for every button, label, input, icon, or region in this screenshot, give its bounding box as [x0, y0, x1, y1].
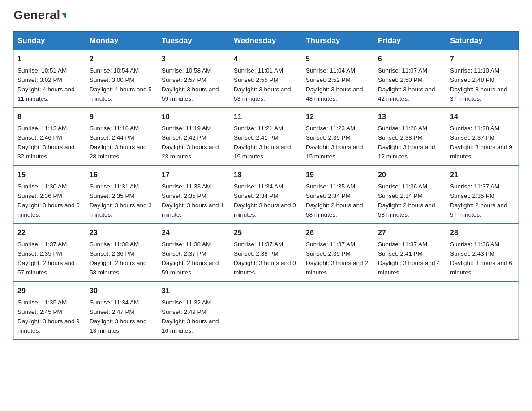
calendar-cell: 7Sunrise: 11:10 AMSunset: 2:48 PMDayligh…: [446, 50, 519, 108]
calendar-cell: 23Sunrise: 11:38 AMSunset: 2:36 PMDaylig…: [86, 223, 158, 281]
calendar-cell: 14Sunrise: 11:28 AMSunset: 2:37 PMDaylig…: [446, 107, 519, 165]
calendar-cell: 13Sunrise: 11:26 AMSunset: 2:38 PMDaylig…: [374, 107, 446, 165]
sunrise-text: Sunrise: 11:37 AMSunset: 2:35 PMDaylight…: [17, 241, 75, 276]
calendar-cell: 3Sunrise: 10:58 AMSunset: 2:57 PMDayligh…: [158, 50, 230, 108]
day-number: 13: [378, 111, 442, 123]
calendar-cell: 21Sunrise: 11:37 AMSunset: 2:35 PMDaylig…: [446, 166, 519, 223]
day-number: 26: [306, 227, 370, 239]
calendar-cell: 10Sunrise: 11:19 AMSunset: 2:42 PMDaylig…: [158, 107, 230, 165]
day-number: 3: [162, 54, 226, 65]
calendar-cell: 15Sunrise: 11:30 AMSunset: 2:36 PMDaylig…: [14, 166, 86, 223]
calendar-cell: 11Sunrise: 11:21 AMSunset: 2:41 PMDaylig…: [230, 107, 302, 165]
calendar-cell: 27Sunrise: 11:37 AMSunset: 2:41 PMDaylig…: [374, 223, 446, 281]
day-number: 27: [378, 227, 442, 239]
calendar-cell: 30Sunrise: 11:34 AMSunset: 2:47 PMDaylig…: [86, 282, 158, 339]
calendar-cell: 25Sunrise: 11:37 AMSunset: 2:38 PMDaylig…: [230, 223, 302, 281]
calendar-cell: 26Sunrise: 11:37 AMSunset: 2:39 PMDaylig…: [302, 223, 374, 281]
day-number: 24: [162, 227, 226, 239]
logo-line1: General: [13, 9, 66, 21]
col-header-friday: Friday: [374, 32, 446, 50]
col-header-wednesday: Wednesday: [230, 32, 302, 50]
day-number: 10: [162, 111, 226, 123]
calendar-header-row: SundayMondayTuesdayWednesdayThursdayFrid…: [14, 32, 519, 50]
day-number: 21: [450, 170, 515, 181]
calendar-cell: 5Sunrise: 11:04 AMSunset: 2:52 PMDayligh…: [302, 50, 374, 108]
day-number: 30: [90, 286, 154, 297]
calendar-cell: 8Sunrise: 11:13 AMSunset: 2:46 PMDayligh…: [14, 107, 86, 165]
calendar-cell: 1Sunrise: 10:51 AMSunset: 3:02 PMDayligh…: [14, 50, 86, 108]
calendar-cell: 17Sunrise: 11:33 AMSunset: 2:35 PMDaylig…: [158, 166, 230, 223]
logo: General: [13, 9, 66, 22]
calendar-week-row: 22Sunrise: 11:37 AMSunset: 2:35 PMDaylig…: [14, 223, 519, 281]
col-header-sunday: Sunday: [14, 32, 86, 50]
sunrise-text: Sunrise: 11:34 AMSunset: 2:34 PMDaylight…: [234, 183, 296, 218]
sunrise-text: Sunrise: 11:36 AMSunset: 2:43 PMDaylight…: [450, 241, 512, 276]
calendar-cell: 18Sunrise: 11:34 AMSunset: 2:34 PMDaylig…: [230, 166, 302, 223]
sunrise-text: Sunrise: 10:58 AMSunset: 2:57 PMDaylight…: [162, 67, 219, 102]
calendar-table: SundayMondayTuesdayWednesdayThursdayFrid…: [13, 31, 519, 340]
sunrise-text: Sunrise: 11:07 AMSunset: 2:50 PMDaylight…: [378, 67, 435, 102]
day-number: 14: [450, 111, 515, 123]
sunrise-text: Sunrise: 11:30 AMSunset: 2:36 PMDaylight…: [17, 183, 80, 218]
day-number: 29: [17, 286, 82, 297]
sunrise-text: Sunrise: 11:38 AMSunset: 2:36 PMDaylight…: [90, 241, 147, 276]
day-number: 31: [162, 286, 226, 297]
sunrise-text: Sunrise: 11:04 AMSunset: 2:52 PMDaylight…: [306, 67, 363, 102]
calendar-cell: 9Sunrise: 11:16 AMSunset: 2:44 PMDayligh…: [86, 107, 158, 165]
day-number: 7: [450, 54, 515, 65]
sunrise-text: Sunrise: 11:16 AMSunset: 2:44 PMDaylight…: [90, 125, 147, 160]
calendar-cell: [230, 282, 302, 339]
calendar-week-row: 1Sunrise: 10:51 AMSunset: 3:02 PMDayligh…: [14, 50, 519, 108]
sunrise-text: Sunrise: 11:37 AMSunset: 2:39 PMDaylight…: [306, 241, 368, 276]
sunrise-text: Sunrise: 11:37 AMSunset: 2:41 PMDaylight…: [378, 241, 440, 276]
sunrise-text: Sunrise: 11:13 AMSunset: 2:46 PMDaylight…: [17, 125, 75, 160]
col-header-saturday: Saturday: [446, 32, 519, 50]
calendar-week-row: 8Sunrise: 11:13 AMSunset: 2:46 PMDayligh…: [14, 107, 519, 165]
page-header: General: [13, 9, 519, 22]
sunrise-text: Sunrise: 11:33 AMSunset: 2:35 PMDaylight…: [162, 183, 224, 218]
sunrise-text: Sunrise: 11:10 AMSunset: 2:48 PMDaylight…: [450, 67, 507, 102]
day-number: 11: [234, 111, 298, 123]
day-number: 25: [234, 227, 298, 239]
calendar-cell: 24Sunrise: 11:38 AMSunset: 2:37 PMDaylig…: [158, 223, 230, 281]
day-number: 20: [378, 170, 442, 181]
calendar-cell: [374, 282, 446, 339]
sunrise-text: Sunrise: 11:23 AMSunset: 2:39 PMDaylight…: [306, 125, 363, 160]
calendar-cell: 6Sunrise: 11:07 AMSunset: 2:50 PMDayligh…: [374, 50, 446, 108]
calendar-cell: 28Sunrise: 11:36 AMSunset: 2:43 PMDaylig…: [446, 223, 519, 281]
calendar-cell: 12Sunrise: 11:23 AMSunset: 2:39 PMDaylig…: [302, 107, 374, 165]
sunrise-text: Sunrise: 11:37 AMSunset: 2:38 PMDaylight…: [234, 241, 296, 276]
calendar-cell: [302, 282, 374, 339]
calendar-week-row: 29Sunrise: 11:35 AMSunset: 2:45 PMDaylig…: [14, 282, 519, 339]
sunrise-text: Sunrise: 11:21 AMSunset: 2:41 PMDaylight…: [234, 125, 291, 160]
col-header-thursday: Thursday: [302, 32, 374, 50]
day-number: 5: [306, 54, 370, 65]
sunrise-text: Sunrise: 11:26 AMSunset: 2:38 PMDaylight…: [378, 125, 435, 160]
sunrise-text: Sunrise: 11:28 AMSunset: 2:37 PMDaylight…: [450, 125, 512, 160]
calendar-cell: 22Sunrise: 11:37 AMSunset: 2:35 PMDaylig…: [14, 223, 86, 281]
day-number: 2: [90, 54, 154, 65]
day-number: 6: [378, 54, 442, 65]
day-number: 1: [17, 54, 82, 65]
sunrise-text: Sunrise: 11:36 AMSunset: 2:34 PMDaylight…: [378, 183, 435, 218]
col-header-tuesday: Tuesday: [158, 32, 230, 50]
day-number: 12: [306, 111, 370, 123]
day-number: 4: [234, 54, 298, 65]
sunrise-text: Sunrise: 11:37 AMSunset: 2:35 PMDaylight…: [450, 183, 507, 218]
calendar-cell: 20Sunrise: 11:36 AMSunset: 2:34 PMDaylig…: [374, 166, 446, 223]
day-number: 18: [234, 170, 298, 181]
calendar-cell: 19Sunrise: 11:35 AMSunset: 2:34 PMDaylig…: [302, 166, 374, 223]
day-number: 9: [90, 111, 154, 123]
sunrise-text: Sunrise: 11:01 AMSunset: 2:55 PMDaylight…: [234, 67, 291, 102]
sunrise-text: Sunrise: 10:54 AMSunset: 3:00 PMDaylight…: [90, 67, 152, 102]
sunrise-text: Sunrise: 10:51 AMSunset: 3:02 PMDaylight…: [17, 67, 75, 102]
day-number: 19: [306, 170, 370, 181]
sunrise-text: Sunrise: 11:35 AMSunset: 2:45 PMDaylight…: [17, 299, 80, 334]
day-number: 22: [17, 227, 82, 239]
day-number: 8: [17, 111, 82, 123]
sunrise-text: Sunrise: 11:19 AMSunset: 2:42 PMDaylight…: [162, 125, 219, 160]
col-header-monday: Monday: [86, 32, 158, 50]
day-number: 23: [90, 227, 154, 239]
calendar-cell: 2Sunrise: 10:54 AMSunset: 3:00 PMDayligh…: [86, 50, 158, 108]
sunrise-text: Sunrise: 11:38 AMSunset: 2:37 PMDaylight…: [162, 241, 219, 276]
